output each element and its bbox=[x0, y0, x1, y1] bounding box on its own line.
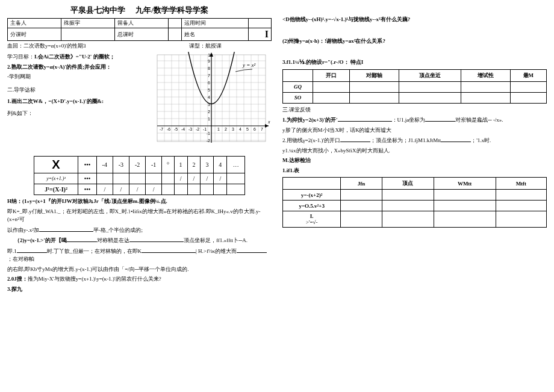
svg-text:-4: -4 bbox=[181, 127, 185, 131]
school-name: 平泉县七沟中学 bbox=[70, 5, 125, 14]
goals-label: 学习目标： bbox=[7, 54, 34, 60]
slash-cell: / bbox=[214, 173, 227, 184]
svg-text:9: 9 bbox=[208, 59, 210, 63]
p5-label: 2.0J搜： bbox=[7, 276, 28, 282]
final-hdr: WMtt bbox=[434, 178, 496, 190]
hdr-cell bbox=[249, 19, 272, 28]
hdr-cell: 姓名 bbox=[182, 28, 249, 41]
r1b: ：U1.ja坐标为 bbox=[392, 117, 426, 123]
svg-text:-2: -2 bbox=[207, 138, 210, 143]
final-row: I.>'=√- bbox=[283, 211, 341, 228]
left-column: 平泉县七沟中学 九年/数学学科导学案 主备人 殊振宇 留备人 运用时间 分课时 … bbox=[7, 5, 272, 387]
goal-2: 2.熟取二次请数y=α(x-A)'的件质;并会应用： bbox=[7, 63, 151, 72]
svg-text:8: 8 bbox=[208, 66, 210, 70]
topic-row: 血回：二次语数y=α(x+0)'的性期3 课型：航授课 bbox=[7, 42, 272, 50]
col-cell: 4 bbox=[214, 157, 227, 173]
prop-hdr: 对鄙轴 bbox=[350, 69, 399, 81]
hdr-cell: 主备人 bbox=[8, 19, 61, 28]
col-cell: … bbox=[227, 157, 245, 173]
svg-text:1: 1 bbox=[208, 117, 210, 121]
hdr-cell: 留备人 bbox=[114, 19, 168, 28]
col-cell: 3 bbox=[201, 157, 214, 173]
col-cell: -1 bbox=[146, 157, 162, 173]
col-cell: ° bbox=[162, 157, 174, 173]
r3c: ；'1.x时. bbox=[471, 137, 491, 143]
hdr-cell: 总课时 bbox=[114, 28, 168, 41]
hdr-cell bbox=[168, 19, 181, 28]
svg-text:4: 4 bbox=[239, 127, 241, 131]
dots-cell: ••• bbox=[78, 184, 97, 195]
parabola-graph: -7-6-5-4-3-2-1 1234567 12345678910 -1-2 … bbox=[151, 51, 272, 154]
prop-row: SO bbox=[283, 92, 313, 103]
hdr-cell: 运用时间 bbox=[182, 19, 249, 28]
guide-1: -学到网期 bbox=[7, 73, 151, 81]
p3a: 即.1 bbox=[7, 248, 17, 254]
svg-text:5: 5 bbox=[208, 88, 210, 92]
r2: y胗了的侧火而M小I当X时，话K的墟大而墟大 bbox=[282, 126, 547, 135]
svg-text:-3: -3 bbox=[188, 127, 192, 131]
graph-left-text: 学习目标：I.会Ai二次语数》="U-2' 的圈软； 2.熟取二次请数y=α(x… bbox=[7, 51, 151, 154]
svg-text:4: 4 bbox=[208, 95, 210, 99]
topic-label: 血回： bbox=[7, 43, 23, 49]
row2-label: J¹=(X-I)² bbox=[34, 184, 78, 195]
goal-1: I.会Ai二次语数》="U-2' 的圈软； bbox=[34, 54, 115, 60]
x-label: x bbox=[267, 120, 270, 124]
values-table: X ••• -4 -3 -2 -1 ° 1 2 3 4 … y=(x+1.)² … bbox=[34, 156, 245, 195]
r3b: ；顶点坐标为；J1.fjM1.kJtMtt bbox=[370, 137, 441, 143]
slash-cell: / bbox=[201, 173, 214, 184]
svg-text:7: 7 bbox=[261, 127, 263, 131]
p5: 推为Miy-X'与效物搜y=(x+1.)\y=(κ-1.)'的留农行什么关来? bbox=[28, 276, 161, 282]
q3: 3.f1.1¼⅓.的物设r="(.r-/O： 特点I bbox=[282, 58, 547, 67]
prop-hdr bbox=[283, 69, 313, 81]
dots-cell: ••• bbox=[78, 157, 97, 173]
hdr-cell: 分课时 bbox=[8, 28, 61, 41]
svg-text:-7: -7 bbox=[160, 127, 163, 131]
hnote-label: H纳： bbox=[7, 198, 22, 204]
d-line: <D他物线y--(xH)¹.y=-√x-1.)¹与拢物线y--x³有什么关藕? bbox=[282, 16, 547, 24]
col-cell: 2 bbox=[187, 157, 201, 173]
r3a: 2.用物线γ=2(x-1.)'的开口 bbox=[282, 137, 340, 143]
svg-text:6: 6 bbox=[254, 127, 256, 131]
prop-hdr: 顶点坐近 bbox=[399, 69, 461, 81]
hdr-cell bbox=[61, 28, 114, 41]
svg-text:6: 6 bbox=[208, 81, 210, 85]
k-line2-end: 平-格_个半位的成的; bbox=[93, 227, 143, 233]
task1-label: 1.画出二次W&， bbox=[7, 98, 48, 104]
slash-cell: / bbox=[187, 173, 201, 184]
svg-text:1: 1 bbox=[217, 127, 220, 131]
type-text: 航授课 bbox=[205, 43, 222, 49]
slash-cell: / bbox=[96, 184, 113, 195]
page-number-icon: I bbox=[265, 29, 269, 39]
doc-title: 平泉县七沟中学 九年/数学学科导学案 bbox=[7, 5, 272, 16]
col-cell: -2 bbox=[129, 157, 146, 173]
x-header: X bbox=[34, 157, 78, 173]
hdr-cell bbox=[168, 28, 181, 41]
slash-cell: / bbox=[146, 184, 162, 195]
svg-text:-5: -5 bbox=[174, 127, 178, 131]
svg-text:-6: -6 bbox=[167, 127, 170, 131]
hnote: (1»y=(x+1『的开IJW对故轴J₁Jr「线:顶点坐标m.图像例¼.点. bbox=[22, 198, 167, 204]
q2: (2)州搀y=a(x-h)：!谢物线y=ax³在什么关系? bbox=[282, 37, 547, 46]
prop-hdr: 最M bbox=[510, 69, 546, 81]
p3c: | H.>f½κ的维大而 bbox=[196, 248, 237, 254]
svg-text:-1: -1 bbox=[207, 131, 210, 135]
sec3: 三.课堂反馈 bbox=[282, 106, 547, 114]
hdr-cell: I bbox=[249, 28, 272, 41]
type-label: 课型： bbox=[189, 43, 205, 49]
svg-text:7: 7 bbox=[208, 73, 210, 78]
p2-label: （2)y=(x-1.>'的开【喝 bbox=[14, 237, 67, 243]
svg-text:2: 2 bbox=[225, 127, 227, 131]
header-table: 主备人 殊振宇 留备人 运用时间 分课时 总课时 姓名 I bbox=[7, 18, 272, 41]
task1-eq: =(X+D'.y=(x-1.)'的圈&: bbox=[48, 98, 104, 104]
prop-hdr: 开口 bbox=[313, 69, 350, 81]
r4: y1.¼x的增大而找小，X»bySfiX的时大而贴人. bbox=[282, 147, 547, 155]
slash-cell: / bbox=[113, 184, 129, 195]
r1a: 1.为抑技y=2(κ+3)'的开' bbox=[282, 117, 338, 123]
svg-text:5: 5 bbox=[246, 127, 249, 131]
col-cell: -3 bbox=[113, 157, 129, 173]
final-hdr: 顶点 bbox=[382, 178, 434, 190]
p2-mid: 对称鞘是在达 bbox=[97, 237, 129, 243]
r6: 1.if1.表 bbox=[282, 167, 547, 175]
p4: 的右郎,即Kb寸yMx的增大而.y-(x-1.)可以由作由「=/向─平移一个单位… bbox=[7, 266, 272, 274]
properties-table: 开口 对鄙轴 顶点坐近 增试性 最M GQ SO bbox=[282, 69, 547, 104]
